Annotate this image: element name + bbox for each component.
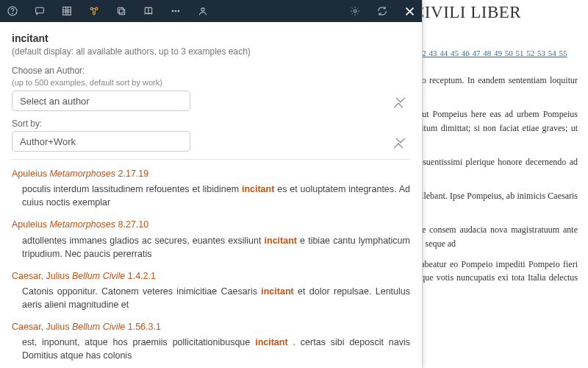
panel-body: incitant (default display: all available… [0,22,422,368]
result-reference[interactable]: Apuleius Metamorphoses 8.27.10 [12,218,410,231]
dots-icon[interactable] [169,5,182,18]
headword: incitant [12,32,410,44]
copy-icon[interactable] [115,5,127,18]
sort-select[interactable]: Author+Work [12,131,190,152]
user-icon[interactable] [196,5,209,18]
result-item: Apuleius Metamorphoses 2.17.19poculis in… [12,167,410,209]
gear-icon[interactable] [348,5,361,18]
result-reference[interactable]: Caesar, Julius Bellum Civile 1.56.3.1 [12,320,410,333]
svg-point-11 [177,10,179,12]
result-snippet: Catonis opponitur. Catonem veteres inimi… [12,285,410,311]
svg-point-10 [174,10,176,12]
result-item: Apuleius Metamorphoses 8.27.10adtollente… [12,218,410,260]
result-snippet: est, inponunt, atque hos praemiis pollic… [12,336,410,362]
divider [12,159,410,160]
result-snippet: adtollentes immanes gladios ac secures, … [12,234,410,261]
result-snippet: poculis interdum lassitudinem refouentes… [12,183,410,209]
result-item: Caesar, Julius Bellum Civile 1.4.2.1Cato… [12,269,410,311]
panel-toolbar [0,0,422,22]
author-select[interactable]: Select an author [12,91,190,111]
concordance-panel: incitant (default display: all available… [0,0,423,368]
svg-point-1 [12,13,12,14]
svg-point-6 [93,13,95,15]
sort-label: Sort by: [12,118,410,129]
sort-select-wrap: Author+Work [12,131,410,152]
book-icon[interactable] [142,5,154,18]
svg-point-12 [201,8,204,11]
author-label: Choose an Author: [12,66,410,76]
result-reference[interactable]: Apuleius Metamorphoses 2.17.19 [12,167,410,180]
graph-icon[interactable] [87,5,100,18]
svg-point-9 [171,10,173,12]
author-select-wrap: Select an author [12,91,410,111]
svg-rect-7 [119,9,124,14]
close-icon[interactable] [403,4,416,18]
result-reference[interactable]: Caesar, Julius Bellum Civile 1.4.2.1 [12,269,410,283]
comment-icon[interactable] [33,5,46,18]
result-item: Caesar, Julius Bellum Civile 1.56.3.1est… [12,320,410,362]
svg-rect-8 [118,7,123,13]
svg-rect-2 [35,7,43,13]
svg-point-13 [354,10,356,13]
grid-icon[interactable] [60,5,73,18]
author-sublabel: (up to 500 examples, default sort by wor… [12,78,410,87]
svg-rect-3 [62,7,71,15]
default-display-note: (default display: all available authors,… [12,46,410,57]
help-icon[interactable] [6,5,18,18]
refresh-icon[interactable] [376,5,388,18]
